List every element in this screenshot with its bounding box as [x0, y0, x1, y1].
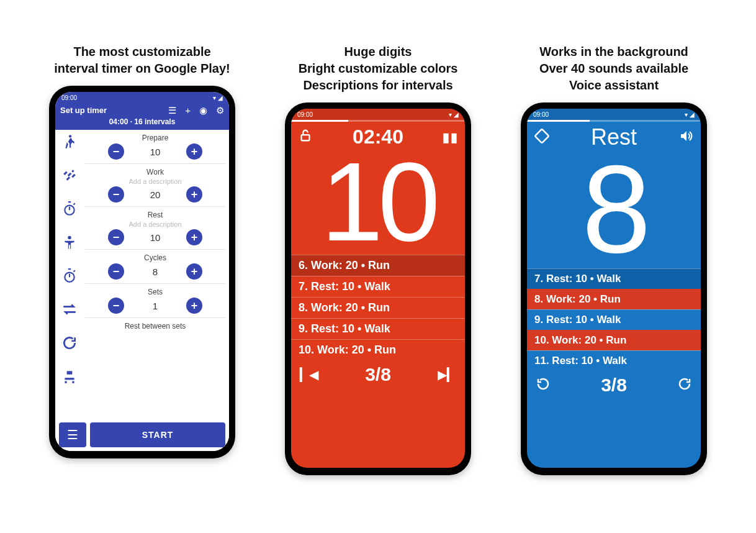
rewind-icon[interactable] — [536, 376, 551, 394]
forward-icon[interactable] — [677, 376, 692, 394]
progress-bar — [291, 120, 465, 122]
volume-icon[interactable] — [678, 129, 693, 146]
summary-text: 04:00 · 16 intervals — [60, 117, 224, 126]
caption-3: Works in the backgroundOver 40 sounds av… — [539, 43, 688, 94]
caption-2: Huge digitsBright customizable colorsDes… — [299, 43, 458, 94]
minus-button[interactable]: − — [108, 298, 124, 314]
seat-icon — [61, 368, 78, 385]
svg-rect-8 — [302, 135, 310, 140]
phone-2: 09:00▾ ◢ 02:40 ▮▮ 10 6. Work: 20 • Run 7… — [285, 102, 471, 475]
status-bar: 09:00▾ ◢ — [291, 109, 465, 120]
plus-button[interactable]: + — [186, 229, 202, 245]
plus-button[interactable]: + — [186, 144, 202, 160]
status-bar: 09:00▾ ◢ — [55, 92, 229, 103]
phone-3: 09:00▾ ◢ Rest 8 7. Rest: 10 • Walk 8. Wo… — [521, 102, 707, 475]
plus-button[interactable]: + — [186, 298, 202, 314]
progress-bar — [527, 120, 701, 122]
start-button[interactable]: START — [90, 422, 225, 447]
svg-rect-9 — [535, 129, 549, 144]
param-cycles: Cycles − 8 + — [85, 252, 225, 281]
add-icon[interactable]: + — [185, 106, 191, 115]
status-bar: 09:00▾ ◢ — [527, 109, 701, 120]
list-icon[interactable]: ☰ — [168, 106, 176, 115]
gear-icon[interactable]: ⚙ — [216, 106, 224, 115]
interval-list: 7. Rest: 10 • Walk 8. Work: 20 • Run 9. … — [527, 268, 701, 371]
interval-item[interactable]: 10. Work: 20 • Run — [291, 339, 465, 360]
stopwatch-icon — [61, 268, 78, 284]
svg-rect-7 — [72, 381, 74, 383]
app-bar: Set up timer ☰ + ◉ ⚙ 04:00 · 16 interval… — [55, 103, 229, 130]
interval-item[interactable]: 6. Work: 20 • Run — [291, 255, 465, 276]
repeat-icon — [61, 301, 78, 317]
prev-icon[interactable]: ▎◀ — [300, 367, 318, 382]
minus-button[interactable]: − — [108, 229, 124, 245]
interval-item[interactable]: 11. Rest: 10 • Walk — [527, 350, 701, 371]
param-prepare: Prepare − 10 + — [85, 132, 225, 161]
person-icon — [61, 234, 78, 250]
param-sets: Sets − 1 + — [85, 286, 225, 315]
next-icon[interactable]: ▶▎ — [438, 367, 456, 382]
interval-item[interactable]: 8. Work: 20 • Run — [291, 297, 465, 318]
minus-button[interactable]: − — [108, 144, 124, 160]
eye-icon[interactable]: ◉ — [199, 106, 207, 115]
minus-button[interactable]: − — [108, 263, 124, 280]
dumbbell-icon — [61, 167, 78, 183]
refresh-icon — [61, 335, 78, 351]
param-work: Work Add a description − 20 + — [85, 166, 225, 204]
rotate-icon[interactable] — [534, 129, 549, 146]
countdown-digit: 10 — [291, 148, 465, 255]
icon-column — [55, 130, 84, 419]
interval-item[interactable]: 7. Rest: 10 • Walk — [527, 268, 701, 289]
interval-item[interactable]: 7. Rest: 10 • Walk — [291, 276, 465, 297]
svg-rect-6 — [65, 381, 66, 383]
countdown-digit: 8 — [527, 150, 701, 268]
menu-button[interactable]: ☰ — [59, 422, 86, 447]
plus-button[interactable]: + — [186, 186, 202, 203]
walk-icon — [61, 134, 78, 150]
svg-rect-4 — [67, 371, 73, 374]
svg-point-0 — [69, 135, 71, 137]
phone-1: 09:00▾ ◢ Set up timer ☰ + ◉ ⚙ 04:00 · 16… — [49, 86, 235, 458]
svg-point-2 — [68, 236, 71, 239]
cycle-count: 3/8 — [365, 364, 391, 385]
cycle-count: 3/8 — [601, 375, 627, 396]
stopwatch-icon — [61, 201, 78, 217]
unlock-icon[interactable] — [299, 129, 313, 145]
param-rest: Rest Add a description − 10 + — [85, 209, 225, 247]
pause-icon[interactable]: ▮▮ — [443, 130, 457, 145]
caption-1: The most customizableinterval timer on G… — [54, 43, 230, 77]
param-rest-between: Rest between sets — [85, 321, 225, 332]
plus-button[interactable]: + — [186, 263, 202, 280]
interval-item[interactable]: 8. Work: 20 • Run — [527, 289, 701, 309]
interval-item[interactable]: 9. Rest: 10 • Walk — [527, 309, 701, 330]
interval-item[interactable]: 9. Rest: 10 • Walk — [291, 318, 465, 339]
minus-button[interactable]: − — [108, 186, 124, 203]
svg-rect-5 — [65, 378, 74, 380]
interval-item[interactable]: 10. Work: 20 • Run — [527, 330, 701, 350]
interval-list: 6. Work: 20 • Run 7. Rest: 10 • Walk 8. … — [291, 255, 465, 360]
app-title: Set up timer — [60, 106, 107, 115]
